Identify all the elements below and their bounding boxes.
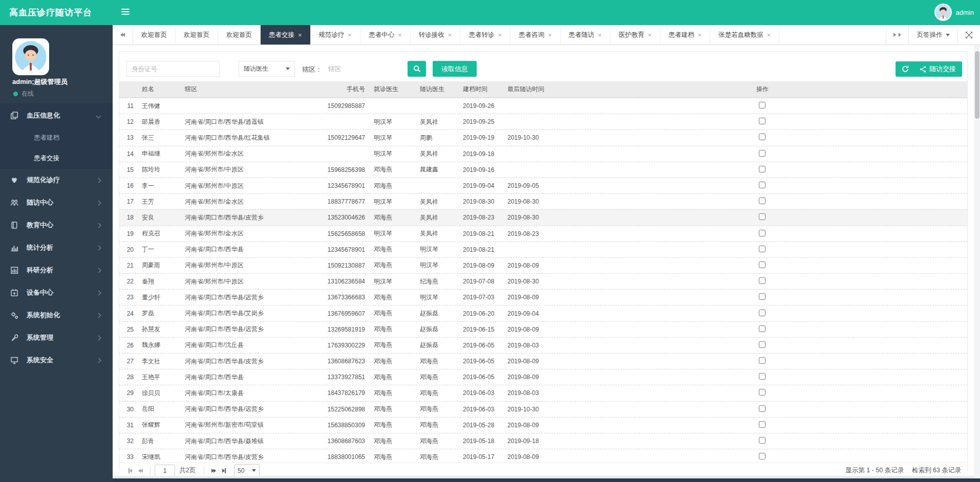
close-icon[interactable]: × — [648, 32, 652, 38]
tab-1[interactable]: 欢迎首页 — [176, 25, 218, 45]
row-checkbox[interactable] — [759, 213, 765, 220]
tabs-scroll-right-icon[interactable] — [886, 25, 908, 45]
sidebar-subitem[interactable]: 患者交接 — [0, 148, 113, 168]
close-icon[interactable]: × — [298, 32, 302, 38]
row-checkbox[interactable] — [759, 357, 765, 364]
row-checkbox[interactable] — [759, 118, 765, 124]
sidebar-subitem[interactable]: 患者建档 — [0, 127, 113, 148]
close-icon[interactable]: × — [398, 32, 402, 38]
page-size-select[interactable]: 50 — [234, 464, 260, 477]
cell-visit-doctor: 明汉琴 — [365, 134, 419, 142]
row-checkbox[interactable] — [759, 421, 765, 428]
tab-12[interactable]: 张楚若血糖数据× — [710, 25, 779, 45]
row-checkbox[interactable] — [759, 405, 765, 412]
row-checkbox[interactable] — [759, 389, 765, 396]
page-jump-input[interactable] — [155, 465, 175, 476]
sidebar-item-9[interactable]: 系统安全 — [0, 349, 113, 371]
tab-9[interactable]: 患者随访× — [561, 25, 611, 45]
user-menu[interactable]: admin — [934, 4, 974, 21]
search-button[interactable] — [408, 61, 426, 77]
cell-region: 河南省/周口市/西华县/聂堆镇 — [185, 437, 322, 446]
sidebar-item-3[interactable]: 教育中心 — [0, 214, 113, 236]
sidebar-item-7[interactable]: 系统初始化 — [0, 304, 113, 326]
tab-10[interactable]: 医护教育× — [610, 25, 661, 45]
sidebar-item-4[interactable]: 统计分析 — [0, 236, 113, 259]
row-checkbox[interactable] — [759, 261, 765, 268]
table-row: 11王伟健150929858872019-09-26 — [119, 98, 967, 114]
refresh-button[interactable] — [896, 61, 915, 77]
read-info-button[interactable]: 读取信息 — [433, 61, 477, 77]
row-checkbox[interactable] — [759, 293, 765, 300]
cell-phone: 15225062898 — [322, 406, 365, 413]
follow-doctor-select[interactable]: 随访医生 — [239, 61, 295, 77]
row-checkbox[interactable] — [759, 182, 765, 188]
row-checkbox[interactable] — [759, 277, 765, 284]
sidebar-item-2[interactable]: 随访中心 — [0, 191, 113, 214]
row-checkbox[interactable] — [759, 341, 765, 348]
row-checkbox[interactable] — [759, 325, 765, 332]
row-checkbox[interactable] — [759, 310, 765, 316]
tab-11[interactable]: 患者建档× — [661, 25, 711, 45]
page-prev-icon[interactable] — [135, 466, 146, 475]
close-icon[interactable]: × — [767, 32, 771, 38]
chevron-right-icon — [96, 245, 101, 250]
cell-phone: 15625658658 — [322, 230, 365, 237]
tabs-scroll-left-icon[interactable] — [113, 25, 133, 45]
tab-5[interactable]: 患者中心× — [360, 25, 411, 45]
page-next-icon[interactable] — [208, 466, 219, 475]
sidebar-item-6[interactable]: 设备中心 — [0, 281, 113, 304]
tab-8[interactable]: 患者咨询× — [510, 25, 561, 45]
close-icon[interactable]: × — [348, 32, 352, 38]
follow-handover-button[interactable]: 随访交接 — [913, 61, 962, 77]
cell-created: 2019-08-23 — [463, 214, 507, 221]
user-avatar[interactable] — [934, 4, 952, 21]
row-checkbox[interactable] — [759, 453, 765, 459]
tab-label: 患者转诊 — [468, 31, 494, 39]
profile-avatar[interactable] — [12, 38, 49, 75]
row-checkbox[interactable] — [759, 150, 765, 157]
cell-action — [756, 182, 818, 190]
row-checkbox[interactable] — [759, 373, 765, 380]
cell-follow-doctor: 纪海燕 — [419, 277, 463, 286]
hamburger-menu-icon[interactable] — [121, 9, 130, 16]
close-icon[interactable]: × — [548, 32, 552, 38]
cell-name: 安良 — [134, 213, 185, 222]
row-checkbox[interactable] — [759, 246, 765, 252]
tab-0[interactable]: 欢迎首页 — [133, 25, 176, 45]
scrollbar-thumb[interactable] — [975, 51, 979, 119]
sidebar-item-5[interactable]: 科研分析 — [0, 259, 113, 281]
row-checkbox[interactable] — [759, 134, 765, 140]
row-checkbox[interactable] — [759, 230, 765, 236]
row-checkbox[interactable] — [759, 198, 765, 204]
cell-action — [756, 325, 818, 334]
sidebar-item-0[interactable]: 血压信息化 — [0, 104, 113, 127]
vertical-scrollbar[interactable] — [974, 45, 980, 482]
row-checkbox[interactable] — [759, 437, 765, 444]
row-checkbox[interactable] — [759, 102, 765, 108]
tab-4[interactable]: 规范诊疗× — [311, 25, 361, 45]
tab-7[interactable]: 患者转诊× — [460, 25, 510, 45]
page-first-icon[interactable] — [125, 466, 135, 476]
book-icon — [10, 221, 18, 229]
tab-6[interactable]: 转诊接收× — [411, 25, 461, 45]
sidebar-item-label: 设备中心 — [27, 288, 53, 297]
close-icon[interactable]: × — [448, 32, 452, 38]
tab-actions-dropdown[interactable]: 页签操作 — [908, 25, 957, 45]
close-icon[interactable]: × — [498, 32, 502, 38]
cell-region: 河南省/郑州市/中原区 — [185, 165, 322, 174]
cell-visit-doctor: 邓海燕 — [365, 389, 419, 398]
region-input[interactable] — [324, 61, 400, 77]
cell-created: 2019-06-05 — [463, 342, 507, 349]
tab-2[interactable]: 欢迎首页 — [218, 25, 261, 45]
page-last-icon[interactable] — [219, 466, 229, 476]
tab-3[interactable]: 患者交接× — [261, 25, 311, 45]
close-icon[interactable]: × — [598, 32, 602, 38]
close-icon[interactable]: × — [698, 32, 702, 38]
sidebar-item-8[interactable]: 系统管理 — [0, 326, 113, 349]
sidebar-item-1[interactable]: 规范化诊疗 — [0, 169, 113, 191]
fullscreen-icon[interactable] — [957, 25, 980, 45]
row-checkbox[interactable] — [759, 166, 765, 172]
id-number-input[interactable] — [126, 61, 220, 77]
table-row: 24罗磊河南省/周口市/西华县/艾岗乡13676959607邓海燕赵振磊2019… — [119, 305, 967, 321]
content-area: 随访医生 辖区： 读取信息 — [113, 45, 980, 482]
